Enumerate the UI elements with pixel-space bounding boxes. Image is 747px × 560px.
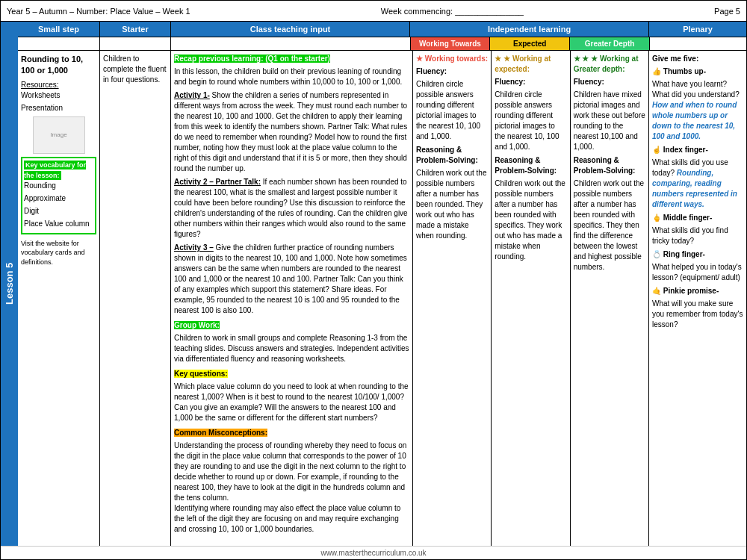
ring-question: What helped you in today's lesson? (equi…: [652, 262, 743, 283]
wt-reasoning: Children work out the possible numbers a…: [416, 168, 488, 241]
image-placeholder: Image: [33, 116, 85, 154]
gd-stars: ★ ★ ★: [574, 55, 598, 63]
pinkie-emoji: 🤙: [652, 287, 661, 295]
plenary-col: Give me five: 👍 Thumbs up- What have you…: [649, 51, 746, 546]
page-wrapper: Year 5 – Autumn – Number: Place Value – …: [0, 0, 747, 560]
exp-stars: ★ ★: [495, 55, 510, 63]
thumb-section: 👍 Thumbs up- What have you learnt? What …: [652, 66, 743, 142]
resource-presentation: Presentation: [21, 103, 96, 113]
middle-emoji: 🖕: [652, 214, 661, 222]
index-section: ☝ Index finger- What skills did you use …: [652, 145, 743, 210]
misconception-text: Understanding the process of rounding wh…: [174, 441, 409, 535]
sub-headers-row: Working Towards Expected Greater Depth: [18, 37, 746, 51]
resources-label: Resources:: [21, 80, 96, 90]
teaching-col: Recap previous learning: (Q1 on the star…: [171, 51, 413, 546]
working-towards-col: ★ Working towards: Fluency: Children cir…: [413, 51, 492, 546]
sub-expected: Expected: [490, 37, 570, 50]
exp-reasoning-title: Reasoning & Problem-Solving:: [495, 156, 557, 175]
ring-label: Ring finger-: [663, 250, 705, 258]
body-row: Rounding to 10, 100 or 1,000 Resources: …: [18, 51, 746, 546]
header-title: Year 5 – Autumn – Number: Place Value – …: [7, 7, 190, 16]
vocab-place-value: Place Value column: [24, 219, 93, 229]
gd-reasoning: Children work out the possible numbers a…: [574, 178, 645, 273]
starter-text: Children to complete the fluent in four …: [103, 54, 167, 85]
vocab-visit: Visit the website for vocabulary cards a…: [21, 239, 96, 267]
group-text: Children to work in small groups and com…: [174, 333, 409, 364]
index-emoji: ☝: [652, 146, 661, 154]
pinkie-label: Pinkie promise-: [663, 287, 719, 295]
main-content: Lesson 5 Small step Starter Class teachi…: [1, 22, 746, 546]
vocab-digit: Digit: [24, 206, 93, 217]
recap-text: In this lesson, the children build on th…: [174, 66, 409, 87]
footer: www.masterthecurriculum.co.uk: [1, 546, 746, 559]
page-header: Year 5 – Autumn – Number: Place Value – …: [1, 1, 746, 22]
ring-emoji: 💍: [652, 250, 661, 258]
vocab-rounding: Rounding: [24, 181, 93, 191]
starter-col: Children to complete the fluent in four …: [100, 51, 171, 546]
key-q-text: Which place value column do you need to …: [174, 382, 409, 423]
greater-depth-col: ★ ★ ★ Working at Greater depth: Fluency:…: [571, 51, 648, 546]
gd-fluency-title: Fluency:: [574, 78, 604, 86]
col-header-teaching: Class teaching input: [171, 22, 410, 37]
vocab-title: Key vocabulary for the lesson:: [24, 161, 86, 180]
key-q-title: Key questions:: [174, 370, 228, 378]
recap-title: Recap previous learning: (Q1 on the star…: [174, 55, 330, 63]
expected-col: ★ ★ Working at expected: Fluency: Childr…: [492, 51, 570, 546]
sub-greater-depth: Greater Depth: [570, 37, 649, 50]
small-step-title: Rounding to 10, 100 or 1,000: [21, 54, 96, 77]
wt-fluency: Children circle possible answers roundin…: [416, 79, 488, 142]
lesson-label: Lesson 5: [1, 22, 18, 546]
vocab-box: Key vocabulary for the lesson: Rounding …: [21, 157, 96, 234]
independent-sub-headers: Working Towards Expected Greater Depth: [411, 37, 650, 50]
header-page: Page 5: [714, 7, 740, 16]
wt-stars: ★: [416, 55, 423, 63]
index-label: Index finger-: [663, 146, 708, 154]
col-header-starter: Starter: [100, 22, 171, 37]
col-header-plenary: Plenary: [649, 22, 746, 37]
index-question: What skills did you use today? Rounding,…: [652, 158, 743, 210]
activity1-text: Show the children a series of numbers re…: [174, 91, 407, 172]
small-step-col: Rounding to 10, 100 or 1,000 Resources: …: [18, 51, 100, 546]
middle-label: Middle finger-: [663, 214, 713, 222]
exp-reasoning: Children work out the possible numbers a…: [495, 178, 566, 262]
misconception-title: Common Misconceptions:: [174, 429, 267, 437]
thumb-emoji: 👍: [652, 67, 661, 75]
ring-section: 💍 Ring finger- What helped you in today'…: [652, 249, 743, 283]
pinkie-section: 🤙 Pinkie promise- What will you make sur…: [652, 286, 743, 330]
gd-fluency: Children have mixed pictorial images and…: [574, 90, 645, 152]
wt-fluency-title: Fluency:: [416, 67, 447, 75]
independent-col: ★ Working towards: Fluency: Children cir…: [413, 51, 649, 546]
footer-url: www.masterthecurriculum.co.uk: [320, 549, 426, 557]
col-headers: Small step Starter Class teaching input …: [18, 22, 746, 37]
wt-heading: Working towards:: [425, 55, 488, 63]
pinkie-question: What will you make sure you remember fro…: [652, 299, 743, 330]
activity3-title: Activity 3 –: [174, 243, 214, 252]
group-title: Group Work:: [174, 321, 220, 329]
activity2-title: Activity 2 – Partner Talk:: [174, 178, 261, 186]
gd-reasoning-title: Reasoning & Problem-Solving:: [574, 156, 636, 175]
thumb-label: Thumbs up-: [663, 67, 706, 75]
plenary-intro: Give me five:: [652, 54, 743, 64]
col-header-independent: Independent learning: [410, 22, 649, 37]
thumb-question: What have you learnt? What did you under…: [652, 79, 743, 142]
vocab-approximate: Approximate: [24, 193, 93, 204]
activity3-text: Give the children further practice of ro…: [174, 243, 407, 314]
exp-fluency-title: Fluency:: [495, 78, 525, 86]
sub-working-towards: Working Towards: [411, 37, 491, 50]
middle-question: What skills did you find tricky today?: [652, 225, 743, 246]
activity1-title: Activity 1-: [174, 91, 210, 99]
wt-reasoning-title: Reasoning & Problem-Solving:: [416, 146, 478, 164]
resource-worksheets: Worksheets: [21, 90, 96, 101]
activity2-text: If each number shown has been rounded to…: [174, 178, 408, 238]
header-week: Week commencing: _______________: [381, 7, 524, 16]
exp-fluency: Children circle possible answers roundin…: [495, 90, 566, 152]
content-table: Small step Starter Class teaching input …: [18, 22, 746, 546]
col-header-small-step: Small step: [18, 22, 100, 37]
middle-section: 🖕 Middle finger- What skills did you fin…: [652, 213, 743, 246]
